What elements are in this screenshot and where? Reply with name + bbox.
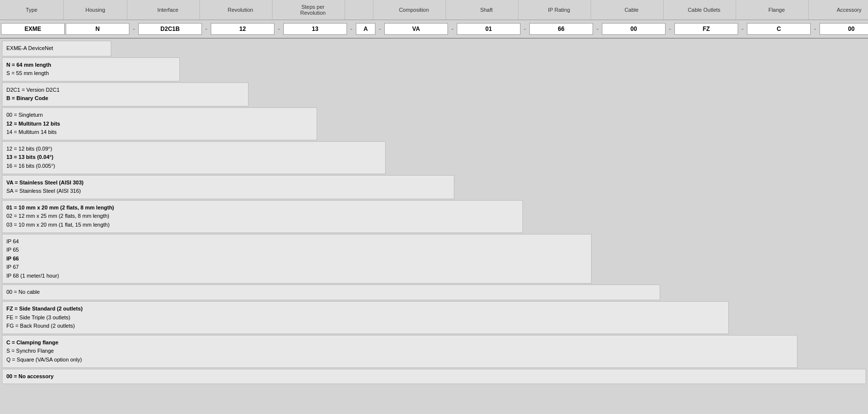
tooltip-shaft-line-2: 02 = 12 mm x 25 mm (2 flats, 8 mm length…	[6, 212, 519, 221]
dash-2: -	[202, 26, 211, 32]
tooltip-housing-section: N = 64 mm length S = 55 mm length	[2, 57, 180, 81]
tooltip-iprating-line-3: IP 66	[6, 255, 587, 263]
header-steps: Steps per Revolution	[281, 0, 345, 20]
dash-6: -	[448, 26, 457, 32]
selector-steps[interactable]: 13	[283, 23, 347, 35]
header-a	[354, 0, 373, 20]
header-shaft: Shaft	[455, 0, 519, 20]
header-outlets: Cable Outlets	[672, 0, 736, 20]
tooltip-accessory-section: 00 = No accessory	[2, 369, 866, 385]
tooltip-steps-section: 12 = 12 bits (0.09°) 13 = 13 bits (0.04°…	[2, 141, 386, 174]
selector-housing[interactable]: N	[66, 23, 129, 35]
tooltip-iprating-line-2: IP 65	[6, 246, 587, 255]
tooltip-cable-line-1: 00 = No cable	[6, 288, 656, 297]
tooltip-iprating-line-1: IP 64	[6, 237, 587, 246]
tooltip-shaft-line-3: 03 = 10 mm x 20 mm (1 flat, 15 mm length…	[6, 221, 519, 230]
tooltip-accessory-line-1: 00 = No accessory	[6, 372, 862, 381]
tooltip-iprating-section: IP 64 IP 65 IP 66 IP 67 IP 68 (1 meter/1…	[2, 234, 592, 284]
tooltip-housing-line-1: N = 64 mm length	[6, 61, 175, 70]
tooltip-revolution-section: 00 = Singleturn 12 = Multiturn 12 bits 1…	[2, 107, 317, 140]
tooltip-flange-line-3: Q = Square (VA/SA option only)	[6, 356, 793, 364]
tooltip-steps-line-2: 13 = 13 bits (0.04°)	[6, 153, 381, 162]
tooltip-interface-line-1: D2C1 = Version D2C1	[6, 86, 244, 95]
dash-11: -	[811, 26, 819, 32]
tooltip-outlets-line-2: FE = Side Triple (3 outlets)	[6, 313, 724, 322]
selector-cable-outlets[interactable]: FZ	[674, 23, 738, 35]
selector-type[interactable]: EXME	[1, 23, 65, 35]
selector-cable[interactable]: 00	[602, 23, 666, 35]
header-accessory: Accessory	[818, 0, 868, 20]
tooltip-outlets-section: FZ = Side Standard (2 outlets) FE = Side…	[2, 301, 729, 334]
tooltip-shaft-line-1: 01 = 10 mm x 20 mm (2 flats, 8 mm length…	[6, 204, 519, 212]
selector-revolution[interactable]: 12	[211, 23, 274, 35]
header-revolution: Revolution	[209, 0, 273, 20]
tooltip-revolution-line-1: 00 = Singleturn	[6, 111, 313, 120]
tooltip-steps-line-3: 16 = 16 bits (0.005°)	[6, 162, 381, 171]
dash-3: -	[274, 26, 283, 32]
tooltip-area: EXME-A DeviceNet N = 64 mm length S = 55…	[0, 39, 868, 387]
tooltip-composition-line-2: SA = Stainless Steel (AISI 316)	[6, 187, 450, 196]
header-cable: Cable	[600, 0, 664, 20]
selector-flange[interactable]: C	[747, 23, 811, 35]
dash-5: -	[375, 26, 384, 32]
selector-interface[interactable]: D2C1B	[138, 23, 202, 35]
header-composition: Composition	[382, 0, 446, 20]
tooltip-flange-line-1: C = Clamping flange	[6, 338, 793, 347]
dash-7: -	[521, 26, 529, 32]
tooltip-composition-line-1: VA = Stainless Steel (AISI 303)	[6, 179, 450, 187]
tooltip-cable-section: 00 = No cable	[2, 285, 660, 300]
tooltip-outlets-line-3: FG = Back Round (2 outlets)	[6, 322, 724, 331]
tooltip-housing-line-2: S = 55 mm length	[6, 69, 175, 78]
configurator-container: Type Housing Interface Revolution Steps …	[0, 0, 868, 387]
tooltip-iprating-line-4: IP 67	[6, 263, 587, 272]
tooltip-interface-line-2: B = Binary Code	[6, 94, 244, 103]
header-housing: Housing	[64, 0, 127, 20]
tooltip-interface-section: D2C1 = Version D2C1 B = Binary Code	[2, 82, 248, 106]
selector-accessory[interactable]: 00	[819, 23, 868, 35]
tooltip-flange-line-2: S = Synchro Flange	[6, 347, 793, 356]
dash-8: -	[593, 26, 602, 32]
tooltip-iprating-line-5: IP 68 (1 meter/1 hour)	[6, 272, 587, 281]
tooltip-outlets-line-1: FZ = Side Standard (2 outlets)	[6, 305, 724, 313]
header-iprating: IP Rating	[527, 0, 591, 20]
selector-shaft[interactable]: 01	[457, 23, 521, 35]
selector-a-value[interactable]: A	[356, 23, 375, 35]
selector-iprating[interactable]: 66	[529, 23, 593, 35]
tooltip-revolution-line-2: 12 = Multiturn 12 bits	[6, 120, 313, 129]
header-interface: Interface	[136, 0, 200, 20]
selector-row: EXME N - D2C1B - 12 - 13 - A - VA -	[0, 20, 868, 39]
header-type: Type	[0, 0, 64, 20]
tooltip-type-section: EXME-A DeviceNet	[2, 41, 111, 56]
dash-4: -	[347, 26, 356, 32]
selector-composition[interactable]: VA	[384, 23, 448, 35]
tooltip-steps-line-1: 12 = 12 bits (0.09°)	[6, 145, 381, 154]
header-row: Type Housing Interface Revolution Steps …	[0, 0, 868, 20]
dash-9: -	[666, 26, 674, 32]
header-flange: Flange	[745, 0, 809, 20]
tooltip-revolution-line-3: 14 = Multiturn 14 bits	[6, 128, 313, 137]
dash-1: -	[129, 26, 138, 32]
tooltip-shaft-section: 01 = 10 mm x 20 mm (2 flats, 8 mm length…	[2, 200, 523, 233]
tooltip-type-line-1: EXME-A DeviceNet	[6, 44, 107, 53]
dash-10: -	[738, 26, 747, 32]
tooltip-composition-section: VA = Stainless Steel (AISI 303) SA = Sta…	[2, 175, 454, 199]
tooltip-flange-section: C = Clamping flange S = Synchro Flange Q…	[2, 335, 797, 368]
